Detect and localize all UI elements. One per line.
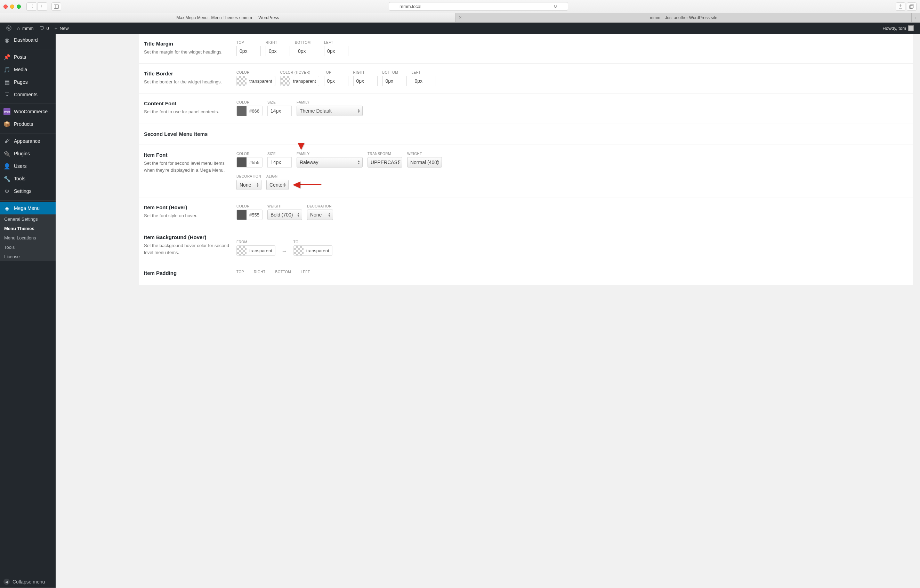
site-name-menu[interactable]: ⌂mmm: [14, 25, 37, 31]
title-border-color-picker[interactable]: transparent: [236, 76, 275, 86]
sidebar-item-comments[interactable]: 🗨Comments: [0, 88, 56, 101]
chevron-updown-icon: ▲▼: [358, 108, 360, 113]
title-margin-top-input[interactable]: [236, 46, 261, 56]
sidebar-item-products[interactable]: 📦Products: [0, 118, 56, 130]
tabs-button[interactable]: [907, 2, 917, 11]
title-border-top-input[interactable]: [324, 76, 348, 86]
sidebar-toggle-button[interactable]: [52, 2, 61, 11]
svg-rect-0: [54, 5, 59, 8]
title-border-right-input[interactable]: [353, 76, 377, 86]
sidebar-item-label: Plugins: [14, 151, 30, 157]
new-label: New: [60, 26, 69, 31]
sidebar-item-label: Appearance: [14, 138, 40, 144]
title-margin-bottom-input[interactable]: [295, 46, 319, 56]
comments-menu[interactable]: 🗨0: [37, 25, 52, 31]
item-font-transform-select[interactable]: UPPERCASE▲▼: [368, 157, 402, 168]
plug-icon: 🔌: [3, 150, 10, 157]
sidebar-item-label: WooCommerce: [14, 109, 48, 114]
back-button[interactable]: 〈: [26, 2, 36, 11]
browser-tab-1[interactable]: ✕ mmm – Just another WordPress site: [456, 13, 912, 22]
item-font-align-select[interactable]: Center▲▼: [266, 180, 288, 190]
title-border-hover-color-picker[interactable]: transparent: [280, 76, 319, 86]
content-font-family-select[interactable]: Theme Default▲▼: [296, 106, 363, 116]
row-item-padding: Item Padding TOP RIGHT BOTTOM LEFT: [139, 263, 913, 285]
select-value: Center: [269, 182, 284, 187]
user-icon: 👤: [3, 163, 10, 170]
sidebar-item-woocommerce[interactable]: WooWooCommerce: [0, 105, 56, 118]
comment-icon: 🗨: [39, 25, 44, 31]
chevron-updown-icon: ▲▼: [328, 212, 330, 217]
submenu-menu-locations[interactable]: Menu Locations: [0, 233, 56, 242]
browser-chrome: 〈 〉 mmm.local ↻ Max Mega Menu - Menu The…: [0, 0, 920, 23]
title-margin-left-input[interactable]: [324, 46, 348, 56]
new-content-menu[interactable]: +New: [52, 25, 71, 31]
tab-bar: Max Mega Menu - Menu Themes ‹ mmm — Word…: [0, 13, 920, 22]
submenu-general-settings[interactable]: General Settings: [0, 215, 56, 224]
item-font-family-select[interactable]: Raleway▲▼: [296, 157, 363, 168]
sidebar-item-posts[interactable]: 📌Posts: [0, 51, 56, 63]
setting-desc: Set the margin for the widget headings.: [144, 48, 232, 56]
title-border-bottom-input[interactable]: [382, 76, 407, 86]
dashboard-icon: ◉: [3, 37, 10, 44]
content-font-color-picker[interactable]: #666: [236, 106, 262, 116]
item-font-size-input[interactable]: [267, 157, 292, 168]
share-button[interactable]: [896, 2, 905, 11]
tab-title: Max Mega Menu - Menu Themes ‹ mmm — Word…: [177, 15, 279, 20]
sidebar-item-media[interactable]: 🎵Media: [0, 63, 56, 76]
content-font-size-input[interactable]: [267, 106, 292, 116]
swatch-icon: [237, 76, 246, 86]
sidebar-item-appearance[interactable]: 🖌Appearance: [0, 135, 56, 147]
wp-logo-menu[interactable]: ⓦ: [3, 25, 14, 32]
field-label: COLOR (HOVER): [280, 71, 319, 74]
window-minimize-button[interactable]: [10, 5, 14, 9]
forward-button[interactable]: 〉: [37, 2, 47, 11]
field-label: BOTTOM: [382, 71, 407, 74]
color-value: transparent: [246, 248, 275, 254]
color-value: transparent: [303, 248, 332, 254]
sidebar-item-dashboard[interactable]: ◉Dashboard: [0, 34, 56, 46]
item-font-hover-weight-select[interactable]: Bold (700)▲▼: [267, 210, 302, 220]
item-font-hover-decoration-select[interactable]: None▲▼: [307, 210, 333, 220]
field-label: TO: [293, 240, 332, 244]
setting-desc: Set the font for second level menu items…: [144, 160, 232, 173]
sidebar-item-pages[interactable]: ▤Pages: [0, 76, 56, 88]
sliders-icon: ⚙: [3, 187, 10, 195]
svg-marker-7: [298, 143, 305, 150]
refresh-icon[interactable]: ↻: [554, 4, 557, 9]
chevron-updown-icon: ▲▼: [297, 212, 300, 217]
item-bg-hover-from-picker[interactable]: transparent: [236, 246, 275, 256]
sidebar-item-megamenu[interactable]: ◈Mega Menu: [0, 202, 56, 215]
field-label: TOP: [236, 270, 244, 274]
url-bar[interactable]: mmm.local ↻: [64, 2, 893, 11]
megamenu-icon: ◈: [3, 205, 10, 212]
item-font-weight-select[interactable]: Normal (400)▲▼: [407, 157, 442, 168]
submenu-tools[interactable]: Tools: [0, 242, 56, 252]
woo-icon: Woo: [3, 108, 10, 115]
sidebar-item-settings[interactable]: ⚙Settings: [0, 185, 56, 197]
color-value: #555: [246, 212, 262, 218]
submenu-license[interactable]: License: [0, 252, 56, 261]
window-close-button[interactable]: [3, 5, 8, 9]
item-font-hover-color-picker[interactable]: #555: [236, 210, 262, 220]
collapse-menu-button[interactable]: ◀ Collapse menu: [0, 576, 56, 588]
sidebar-item-plugins[interactable]: 🔌Plugins: [0, 147, 56, 160]
browser-tab-0[interactable]: Max Mega Menu - Menu Themes ‹ mmm — Word…: [0, 13, 456, 22]
close-icon[interactable]: ✕: [458, 15, 462, 20]
field-label: COLOR: [236, 152, 262, 156]
sidebar-item-tools[interactable]: 🔧Tools: [0, 172, 56, 185]
title-border-left-input[interactable]: [412, 76, 436, 86]
home-icon: ⌂: [17, 25, 20, 31]
sidebar-item-users[interactable]: 👤Users: [0, 160, 56, 172]
field-label: FROM: [236, 240, 275, 244]
submenu-menu-themes[interactable]: Menu Themes: [0, 224, 56, 233]
chevron-updown-icon: ▲▼: [256, 183, 259, 187]
title-margin-right-input[interactable]: [266, 46, 290, 56]
color-value: #555: [246, 160, 262, 165]
select-value: None: [310, 212, 322, 218]
window-zoom-button[interactable]: [17, 5, 21, 9]
account-menu[interactable]: Howdy, tom: [880, 25, 917, 31]
new-tab-button[interactable]: +: [912, 13, 920, 22]
item-font-decoration-select[interactable]: None▲▼: [236, 180, 261, 190]
item-bg-hover-to-picker[interactable]: transparent: [293, 246, 332, 256]
item-font-color-picker[interactable]: #555: [236, 157, 262, 168]
